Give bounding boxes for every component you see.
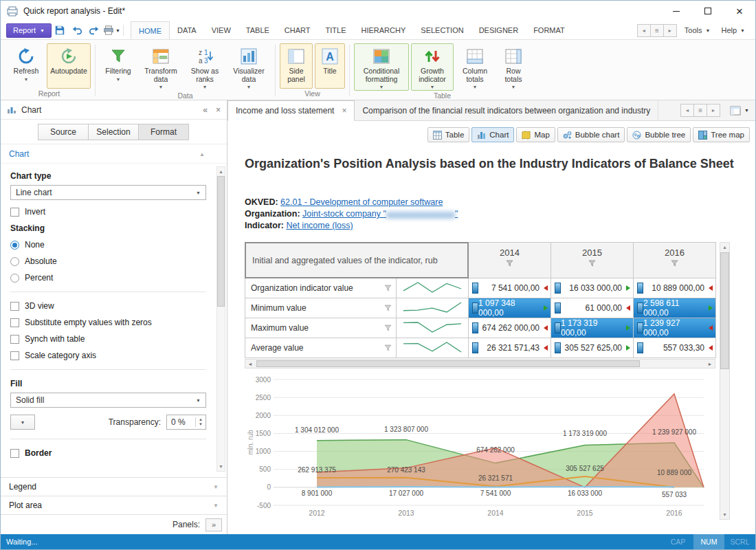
doc-tab-comparison[interactable]: Comparison of the financial result indic… <box>355 100 658 120</box>
filter-icon[interactable] <box>384 324 392 331</box>
undo-button[interactable] <box>69 23 86 38</box>
side-panel-button[interactable]: Side panel <box>280 43 313 89</box>
checkbox[interactable] <box>10 335 19 344</box>
vertical-scrollbar[interactable]: ▲ ▼ <box>720 242 730 520</box>
checkbox[interactable] <box>10 208 19 217</box>
filter-icon[interactable] <box>506 260 513 267</box>
close-button[interactable]: × <box>724 1 755 21</box>
print-button[interactable]: ▼ <box>103 23 120 38</box>
stacking-none-radio-row[interactable]: None <box>10 240 206 250</box>
radio[interactable] <box>10 257 19 266</box>
filtering-button[interactable]: Filtering ▼ <box>100 43 137 89</box>
value-cell[interactable]: 7 541 000,00 <box>469 278 551 298</box>
scroll-down-icon[interactable]: ▼ <box>722 510 727 519</box>
spinner-arrows-icon[interactable]: ▲▼ <box>195 417 205 427</box>
tab-designer[interactable]: DESIGNER <box>471 21 526 39</box>
filter-icon[interactable] <box>384 344 392 351</box>
nav-next-button[interactable]: ► <box>663 24 677 37</box>
column-totals-button[interactable]: Column totals ▼ <box>456 43 494 91</box>
panel-tab-source[interactable]: Source <box>38 124 89 140</box>
value-cell[interactable]: 16 033 000,00 <box>551 278 634 298</box>
maximize-button[interactable] <box>692 1 724 21</box>
year-header-2015[interactable]: 2015 <box>551 243 634 278</box>
section-plot-area[interactable]: Plot area ▼ <box>1 496 227 514</box>
tab-title[interactable]: TITLE <box>318 21 354 39</box>
scale-category-axis-checkbox-row[interactable]: Scale category axis <box>10 351 206 360</box>
nav-prev-button[interactable]: ◄ <box>637 24 651 37</box>
scroll-up-icon[interactable]: ▲ <box>722 243 727 252</box>
section-legend[interactable]: Legend ▼ <box>1 477 227 496</box>
panels-expand-button[interactable]: » <box>205 518 222 531</box>
redo-button[interactable] <box>86 23 103 38</box>
row-label[interactable]: Organization indicator value <box>245 278 397 298</box>
close-panel-icon[interactable]: × <box>216 105 221 115</box>
row-label[interactable]: Minimum value <box>245 298 397 318</box>
tab-list-button[interactable]: ≡ <box>693 104 707 117</box>
scroll-thumb[interactable] <box>720 252 729 369</box>
filter-icon[interactable] <box>384 305 392 311</box>
value-cell[interactable]: 1 097 348 000,00 <box>469 298 551 318</box>
scroll-right-icon[interactable]: ► <box>705 362 715 366</box>
value-cell[interactable]: 1 173 319 000,00 <box>551 318 634 338</box>
row-label[interactable]: Maximum value <box>245 318 397 338</box>
value-cell[interactable]: 674 262 000,00 <box>469 318 551 338</box>
title-button[interactable]: A Title <box>315 43 345 89</box>
panel-tab-selection[interactable]: Selection <box>88 124 139 140</box>
scroll-thumb[interactable] <box>217 176 225 307</box>
refresh-button[interactable]: Refresh ▼ <box>8 43 45 89</box>
scroll-down-icon[interactable]: ▼ <box>219 462 223 471</box>
tools-menu[interactable]: Tools ▼ <box>681 26 714 34</box>
checkbox[interactable] <box>10 449 19 458</box>
year-header-2016[interactable]: 2016 <box>634 243 716 278</box>
tab-data[interactable]: DATA <box>170 21 204 39</box>
checkbox[interactable] <box>10 351 19 360</box>
doc-tab-income-statement[interactable]: Income and loss statement × <box>227 100 355 121</box>
filter-icon[interactable] <box>671 260 678 267</box>
stacking-absolute-radio-row[interactable]: Absolute <box>10 256 206 266</box>
checkbox[interactable] <box>10 318 19 327</box>
value-cell[interactable]: 557 033,30 <box>634 338 716 358</box>
tab-prev-button[interactable]: ◄ <box>680 104 694 117</box>
layout-button[interactable]: ▼ <box>730 106 749 116</box>
filter-icon[interactable] <box>588 260 596 267</box>
okved-link[interactable]: 62.01 - Development of computer software <box>280 197 443 207</box>
organization-link[interactable]: Joint-stock company "xxxxxxxxxxxxxxxx" <box>302 209 458 219</box>
year-header-2014[interactable]: 2014 <box>469 243 551 278</box>
value-cell[interactable]: 61 000,00 <box>551 298 634 318</box>
tab-format[interactable]: FORMAT <box>526 21 572 39</box>
synch-with-table-checkbox-row[interactable]: Synch with table <box>10 334 206 344</box>
section-chart[interactable]: Chart ▲ <box>1 144 227 164</box>
substitute-zeros-checkbox-row[interactable]: Substitute empty values with zeros <box>10 318 206 327</box>
table-corner-header[interactable]: Initial and aggregated values of the ind… <box>245 243 469 278</box>
scroll-thumb[interactable] <box>256 360 640 367</box>
report-menu-button[interactable]: Report ▼ <box>6 23 52 38</box>
chart-type-select[interactable]: Line chart ▼ <box>10 185 206 200</box>
checkbox[interactable] <box>10 302 19 311</box>
3d-view-checkbox-row[interactable]: 3D view <box>10 301 206 311</box>
show-as-ranks-button[interactable]: za13 Show as ranks ▼ <box>185 43 225 91</box>
scroll-left-icon[interactable]: ◄ <box>245 362 255 366</box>
transparency-spinner[interactable]: 0 % ▲▼ <box>166 415 206 430</box>
fill-color-dropdown[interactable]: ▼ <box>10 415 35 430</box>
stacking-percent-radio-row[interactable]: Percent <box>10 273 206 283</box>
scroll-up-icon[interactable]: ▲ <box>219 167 223 176</box>
view-chart-button[interactable]: Chart <box>471 127 514 142</box>
tab-view[interactable]: VIEW <box>204 21 238 39</box>
panel-tab-format[interactable]: Format <box>138 124 189 140</box>
view-bubble-chart-button[interactable]: Bubble chart <box>557 127 625 142</box>
filter-icon[interactable] <box>384 285 392 292</box>
border-checkbox-row[interactable]: Border <box>10 448 206 458</box>
conditional-formatting-button[interactable]: Conditional formatting ▼ <box>354 43 409 91</box>
help-menu[interactable]: Help ▼ <box>718 26 748 34</box>
view-table-button[interactable]: Table <box>427 127 470 142</box>
save-button[interactable] <box>52 23 69 38</box>
close-tab-icon[interactable]: × <box>342 106 346 116</box>
panel-scrollbar[interactable]: ▲ ▼ <box>216 166 225 472</box>
view-tree-map-button[interactable]: Tree map <box>693 127 750 142</box>
minimize-button[interactable] <box>660 1 692 21</box>
value-cell[interactable]: 10 889 000,00 <box>634 278 716 298</box>
invert-checkbox-row[interactable]: Invert <box>10 207 206 217</box>
value-cell[interactable]: 1 239 927 000,00 <box>634 318 716 338</box>
value-cell[interactable]: 26 321 571,43 <box>469 338 551 358</box>
nav-list-button[interactable]: ≡ <box>650 24 664 37</box>
